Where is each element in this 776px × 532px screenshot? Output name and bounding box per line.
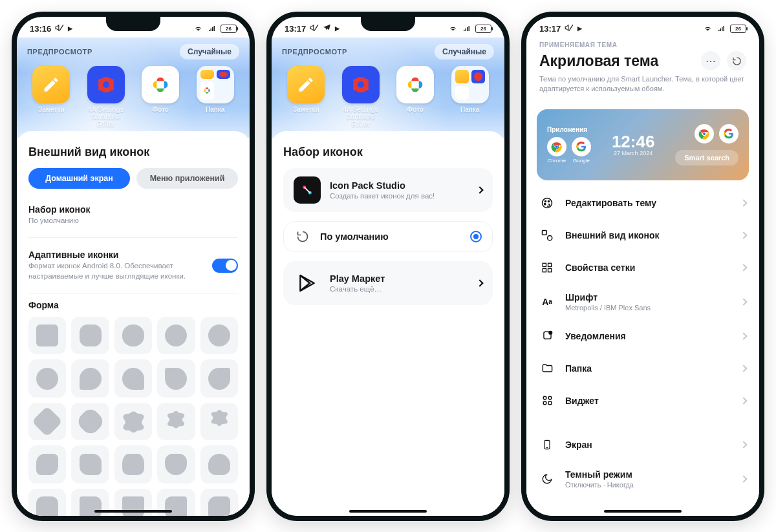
shape-option[interactable] [157,403,195,440]
shape-option[interactable] [200,359,238,397]
chevron-right-icon [740,397,747,404]
wifi-icon [448,25,458,32]
radio-selected[interactable] [470,231,482,242]
status-telegram-icon [323,23,331,34]
sheet-title: Набор иконок [283,145,493,159]
chevron-right-icon [476,279,483,286]
option-icon-set[interactable]: Набор иконок По умолчанию [28,199,238,231]
bottom-sheet: Внешний вид иконок Домашний экран Меню п… [17,131,250,516]
shape-option[interactable] [28,403,66,440]
svg-rect-36 [548,268,552,271]
theme-header: ПРИМЕНЯЕМАЯ ТЕМА Акриловая тема ⋯ Тема п… [526,37,759,103]
theme-preview-banner[interactable]: Приложения Chrome Google [537,109,749,180]
menu-dark-mode[interactable]: Темный режим Отключить · Никогда [532,461,754,497]
card-icon-pack-studio[interactable]: Icon Pack Studio Создать пакет иконок дл… [283,168,493,212]
shape-option[interactable] [114,317,152,354]
phone-2: 13:17 ▶ 26 ПРЕДПРОСМОТР Случайные [266,12,510,521]
refresh-button[interactable] [727,51,746,70]
preview-app-notes[interactable]: Заметки [27,66,76,129]
phone-3: 13:17 ▶ 26 ПРИМЕНЯЕМАЯ ТЕМА Акриловая те… [521,12,764,521]
svg-point-39 [543,396,546,399]
menu-edit-theme[interactable]: Редактировать тему [532,187,754,219]
menu-screen[interactable]: Экран [532,429,754,461]
preview-app-folder[interactable]: Папка [446,66,495,129]
random-chip[interactable]: Случайные [435,44,494,59]
preview-app-notes[interactable]: Заметки [282,66,330,129]
svg-point-11 [365,79,369,83]
menu-widget[interactable]: Виджет [532,385,754,417]
shape-option[interactable] [157,317,195,354]
shape-option[interactable] [157,359,195,397]
svg-line-0 [59,25,63,30]
menu-grid[interactable]: Свойства сетки [532,251,754,284]
shape-option[interactable] [28,359,66,397]
menu-icon-appearance[interactable]: Внешний вид иконок [532,219,754,251]
status-play-icon: ▶ [335,25,339,32]
preview-app-settingsdb[interactable]: 4A Settings Database Editor [82,66,131,129]
widget-icon [539,393,555,409]
shape-option[interactable] [28,317,66,354]
shape-option[interactable] [28,445,66,483]
theme-title: Акриловая тема [539,52,658,70]
shape-option[interactable] [200,489,238,516]
preview-caption: ПРЕДПРОСМОТР [27,48,92,56]
shape-option[interactable] [114,403,152,440]
preview-app-photos[interactable]: Фото [391,66,440,129]
shape-option[interactable] [71,403,109,440]
moon-icon [539,471,555,487]
tab-home-screen[interactable]: Домашний экран [28,168,130,189]
status-mute-icon [310,23,319,34]
photos-icon [149,74,171,96]
chevron-right-icon [476,186,483,193]
wifi-icon [193,25,203,32]
menu-folder[interactable]: Папка [532,352,754,385]
shape-option[interactable] [28,489,66,516]
banner-google-icon-2 [719,124,738,144]
home-indicator[interactable] [604,510,682,513]
shape-option[interactable] [114,359,152,397]
status-time: 13:17 [539,24,561,34]
theme-menu: Редактировать тему Внешний вид иконок Св… [526,183,759,510]
svg-rect-34 [548,263,552,266]
shape-option[interactable] [71,359,109,397]
banner-google-icon [572,137,591,156]
tab-app-menu[interactable]: Меню приложений [136,168,238,189]
preview-caption: ПРЕДПРОСМОТР [282,48,347,56]
chevron-right-icon [740,298,747,305]
preview-app-photos[interactable]: Фото [136,66,185,129]
option-default-iconset[interactable]: По умолчанию [283,221,493,252]
bell-icon [539,328,555,344]
chevron-right-icon [740,264,747,271]
card-play-market[interactable]: Play Маркет Скачать ещё… [283,261,493,305]
shape-option[interactable] [114,445,152,483]
shape-option[interactable] [200,403,238,440]
home-indicator[interactable] [349,510,427,513]
status-bar: 13:17 ▶ 26 [272,17,504,37]
menu-notifications[interactable]: Уведомления [532,320,754,352]
chevron-right-icon [740,475,747,482]
status-play-icon: ▶ [68,25,72,32]
battery-icon: 26 [730,25,746,33]
option-adaptive-icons[interactable]: Адаптивные иконки Формат иконок Android … [28,244,238,286]
preview-app-settingsdb[interactable]: 4A Settings Database Editor [337,66,385,129]
shape-option[interactable] [200,317,238,354]
preview-app-folder[interactable]: Папка [191,66,240,129]
shape-option[interactable] [157,445,195,483]
shape-option[interactable] [71,445,109,483]
palette-icon [539,195,555,211]
shape-section-label: Форма [28,300,238,310]
svg-point-32 [548,235,552,240]
more-button[interactable]: ⋯ [701,51,720,70]
reset-icon [296,230,309,243]
svg-point-41 [543,401,546,405]
home-indicator[interactable] [94,510,172,513]
svg-point-5 [98,87,102,90]
shape-option[interactable] [200,445,238,483]
adaptive-toggle[interactable] [212,259,238,273]
svg-point-28 [544,200,546,202]
banner-smart-search[interactable]: Smart search [675,150,738,165]
shape-option[interactable] [71,317,109,354]
battery-icon: 26 [221,25,237,33]
menu-font[interactable]: Aa Шрифт Metropolis / IBM Plex Sans [532,284,754,320]
random-chip[interactable]: Случайные [180,44,239,59]
